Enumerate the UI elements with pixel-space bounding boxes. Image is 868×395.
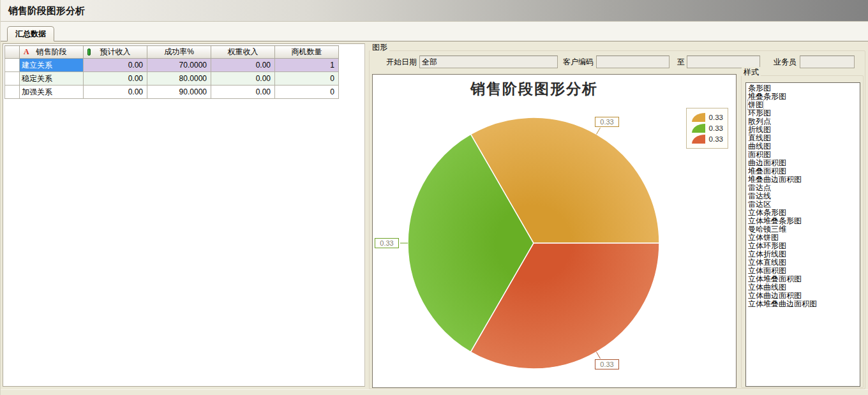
customer-code-to-input[interactable]: [687, 56, 760, 68]
style-list-item-label: 立体堆叠条形图: [748, 216, 802, 225]
style-list-item-label: 立体环形图: [748, 241, 786, 250]
row-selector[interactable]: [5, 59, 20, 72]
style-list-item-label: 直线图: [748, 133, 771, 142]
style-group-label: 样式: [742, 67, 761, 78]
legend-entry-label: 0.33: [709, 124, 723, 132]
style-list-item-label: 条形图: [748, 84, 771, 93]
row-selector[interactable]: [5, 72, 20, 86]
style-list-item-label: 曼哈顿三维: [748, 225, 786, 234]
column-header-label: 商机数量: [292, 47, 322, 56]
chart-title: 销售阶段图形分析: [373, 79, 696, 99]
text-column-icon: A: [24, 47, 29, 57]
style-list-item-label: 立体饼图: [748, 233, 779, 242]
slice-label-connector: [597, 352, 601, 359]
legend-entry: 0.33: [692, 124, 723, 133]
graph-panel: 图形 开始日期 客户编码 至 业务员 销售阶段图形分析 0.330.330.33…: [368, 41, 867, 389]
table-cell[interactable]: 0.00: [84, 86, 147, 99]
table-cell[interactable]: 0: [275, 72, 339, 86]
tab-summary-data[interactable]: 汇总数据: [7, 26, 54, 41]
style-list-item-label: 立体堆叠面积图: [748, 274, 802, 283]
slice-value-label: 0.33: [595, 359, 619, 369]
row-selector[interactable]: [5, 86, 20, 99]
slice-label-connector: [597, 128, 601, 134]
table-row[interactable]: 加强关系0.0090.00000.000: [5, 86, 339, 99]
style-list-item-label: 堆叠曲边面积图: [748, 175, 802, 184]
customer-code-label: 客户编码: [558, 56, 594, 68]
table-cell[interactable]: 0.00: [211, 72, 275, 86]
style-list-item-label: 折线图: [748, 125, 771, 134]
salesman-input[interactable]: [800, 56, 855, 68]
table-cell[interactable]: 0.00: [211, 59, 275, 72]
style-list-item-label: 饼图: [748, 100, 763, 109]
legend-entry-label: 0.33: [709, 114, 723, 121]
style-list-item-label: 面积图: [748, 150, 771, 159]
app-window: 销售阶段图形分析 汇总数据 A 销售阶段: [0, 0, 868, 395]
style-list-item-label: 立体面积图: [748, 266, 786, 275]
table-header-row: A 销售阶段 预计收入 成功率% 权重收入: [5, 46, 339, 59]
slice-value-label: 0.33: [375, 238, 399, 248]
table-cell[interactable]: 0.00: [84, 59, 147, 72]
column-header-count[interactable]: 商机数量: [275, 46, 339, 59]
tab-strip: 汇总数据: [1, 22, 868, 41]
style-list-item-label: 曲线图: [748, 142, 771, 151]
legend-entry: 0.33: [692, 113, 723, 122]
style-list-item-label: 立体曲边面积图: [748, 291, 802, 300]
summary-table: A 销售阶段 预计收入 成功率% 权重收入: [4, 45, 339, 99]
column-header-label: 权重收入: [228, 47, 258, 56]
legend-slice-icon: [692, 135, 705, 144]
column-header-label: 成功率%: [164, 47, 194, 56]
column-header-label: 预计收入: [100, 47, 131, 56]
table-cell[interactable]: 1: [275, 59, 339, 72]
style-list-item-label: 堆叠面积图: [748, 167, 786, 175]
legend-slice-icon: [692, 124, 705, 133]
slice-value-label: 0.33: [595, 117, 619, 127]
main-content: A 销售阶段 预计收入 成功率% 权重收入: [1, 41, 868, 389]
style-list-item-label: 散列点: [748, 117, 771, 126]
customer-code-input[interactable]: [596, 56, 670, 68]
page-title: 销售阶段图形分析: [1, 0, 868, 22]
summary-table-body: 建立关系0.0070.00000.001稳定关系0.0080.00000.000…: [5, 59, 339, 99]
column-header-label: 销售阶段: [36, 47, 67, 56]
table-cell[interactable]: 70.0000: [147, 59, 211, 72]
salesman-label: 业务员: [768, 56, 797, 68]
start-date-input[interactable]: [419, 56, 558, 68]
table-cell[interactable]: 80.0000: [147, 72, 211, 86]
numeric-column-icon: [87, 48, 91, 56]
table-cell[interactable]: 稳定关系: [20, 72, 84, 86]
summary-table-panel: A 销售阶段 预计收入 成功率% 权重收入: [3, 43, 365, 387]
style-list-item-label: 雷达线: [748, 191, 771, 200]
table-cell[interactable]: 0.00: [211, 86, 275, 99]
style-list-item-label: 雷达区: [748, 200, 771, 209]
column-header-weighted[interactable]: 权重收入: [211, 46, 275, 59]
style-list-item[interactable]: 立体堆叠曲边面积图: [748, 300, 860, 308]
legend-entry: 0.33: [692, 135, 723, 144]
column-header-success[interactable]: 成功率%: [147, 46, 211, 59]
bottom-strip: [1, 389, 868, 394]
style-list-item-label: 立体曲线图: [748, 283, 786, 292]
table-cell[interactable]: 0: [275, 86, 339, 99]
table-row[interactable]: 建立关系0.0070.00000.001: [5, 59, 339, 72]
chart-legend: 0.330.330.33: [686, 108, 728, 149]
style-list-item-label: 立体折线图: [748, 250, 786, 258]
style-list-item[interactable]: 堆叠条形图: [748, 93, 860, 101]
legend-slice-icon: [692, 113, 705, 122]
row-selector-header[interactable]: [5, 46, 20, 59]
table-cell[interactable]: 90.0000: [147, 86, 211, 99]
style-list-item-label: 环形图: [748, 108, 771, 117]
chart-area: 销售阶段图形分析 0.330.330.33 0.330.330.33: [372, 74, 737, 388]
style-list-item-label: 曲边面积图: [748, 158, 786, 167]
graph-group-label: 图形: [370, 42, 389, 53]
table-cell[interactable]: 0.00: [84, 72, 147, 86]
table-row[interactable]: 稳定关系0.0080.00000.000: [5, 72, 339, 86]
start-date-label: 开始日期: [368, 56, 417, 68]
table-cell[interactable]: 建立关系: [20, 59, 84, 72]
to-label: 至: [674, 56, 685, 68]
column-header-stage[interactable]: A 销售阶段: [20, 46, 84, 59]
style-list-item-label: 堆叠条形图: [748, 92, 786, 101]
chart-style-list: 条形图堆叠条形图饼图环形图散列点折线图直线图曲线图面积图曲边面积图堆叠面积图堆叠…: [745, 82, 860, 387]
table-cell[interactable]: 加强关系: [20, 86, 84, 99]
pie-svg: [373, 75, 736, 387]
style-list-item-label: 立体条形图: [748, 208, 786, 217]
column-header-expected[interactable]: 预计收入: [84, 46, 147, 59]
style-list-item-label: 立体堆叠曲边面积图: [748, 299, 817, 308]
